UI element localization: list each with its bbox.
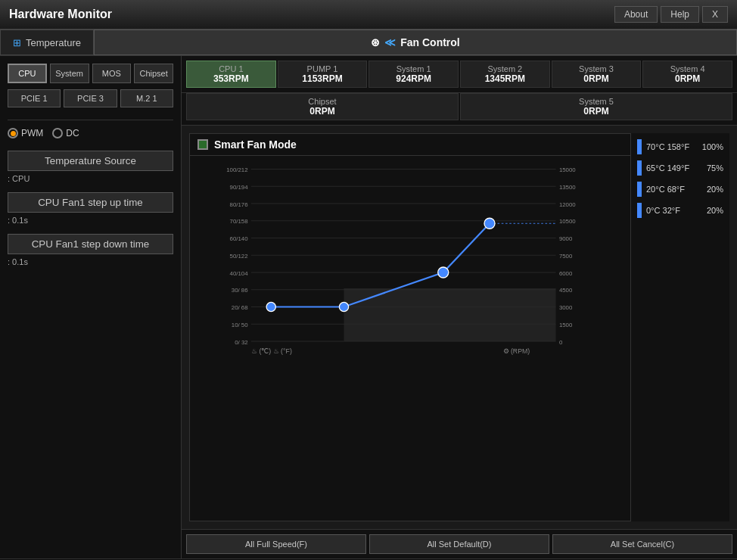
pwm-radio-label[interactable]: PWM: [8, 128, 43, 138]
legend-bar-1: [637, 139, 642, 154]
svg-text:100/212: 100/212: [226, 166, 247, 173]
legend-temp-3: 20°C 68°F: [646, 185, 702, 194]
all-full-speed-button[interactable]: All Full Speed(F): [186, 534, 366, 554]
svg-text:70/158: 70/158: [230, 218, 249, 225]
fan-sys5-name: System 5: [465, 97, 727, 106]
fan-btn-pcie1[interactable]: PCIE 1: [8, 89, 61, 107]
fan-sys2-rpm: 1345RPM: [465, 73, 545, 84]
fan-rpm-sys2[interactable]: System 2 1345RPM: [460, 61, 550, 88]
fan-btn-chipset[interactable]: Chipset: [134, 64, 173, 83]
chart-point-4[interactable]: [484, 218, 495, 229]
fan-rpm-chipset[interactable]: Chipset 0RPM: [186, 93, 459, 120]
legend-pct-1: 100%: [702, 142, 723, 151]
fan-rpm-cpu1[interactable]: CPU 1 353RPM: [186, 61, 276, 88]
fan-rpm-grid-row2: Chipset 0RPM System 5 0RPM: [182, 93, 737, 126]
svg-text:40/104: 40/104: [230, 270, 249, 277]
svg-text:90/194: 90/194: [230, 184, 249, 191]
pwm-dc-row: PWM DC: [8, 128, 173, 138]
fan-cpu1-rpm: 353RPM: [191, 73, 271, 84]
fan-btn-m2[interactable]: M.2 1: [120, 89, 173, 107]
fan-control-tab-label: Fan Control: [400, 36, 460, 48]
tab-temperature[interactable]: ⊞ Temperature: [0, 30, 94, 55]
right-panel: CPU 1 353RPM PUMP 1 1153RPM System 1 924…: [182, 56, 737, 558]
pwm-label: PWM: [21, 128, 43, 138]
fan-cpu1-name: CPU 1: [191, 64, 271, 73]
dc-radio-label[interactable]: DC: [52, 128, 79, 138]
pwm-radio[interactable]: [8, 128, 18, 138]
chart-point-1[interactable]: [266, 302, 275, 311]
fan-pump1-name: PUMP 1: [283, 64, 362, 73]
bottom-controls: All Full Speed(F) All Set Default(D) All…: [182, 529, 737, 558]
step-up-value: : 0.1s: [8, 216, 173, 225]
fan-sys2-name: System 2: [465, 64, 545, 73]
svg-text:13500: 13500: [559, 184, 576, 191]
legend-row-1: 70°C 158°F 100%: [637, 139, 723, 154]
svg-text:4500: 4500: [559, 287, 573, 294]
fan-curve-chart[interactable]: 100/212 90/194 80/176 70/158 60/140 50/1…: [190, 156, 630, 368]
fan-chipset-rpm: 0RPM: [191, 106, 453, 117]
fan-rpm-sys1[interactable]: System 1 924RPM: [368, 61, 459, 88]
help-button[interactable]: Help: [661, 6, 699, 23]
fan-sys3-rpm: 0RPM: [557, 73, 636, 84]
fan-btn-system[interactable]: System: [50, 64, 89, 83]
temp-source-button[interactable]: Temperature Source: [8, 151, 173, 171]
legend-temp-4: 0°C 32°F: [646, 206, 702, 215]
svg-text:0/ 32: 0/ 32: [235, 339, 247, 346]
step-down-value: : 0.1s: [8, 257, 173, 266]
dc-radio[interactable]: [52, 128, 63, 138]
svg-text:0: 0: [559, 339, 563, 346]
fan-rpm-sys5[interactable]: System 5 0RPM: [460, 93, 732, 120]
legend-temp-2: 65°C 149°F: [646, 163, 702, 173]
svg-text:30/ 86: 30/ 86: [232, 287, 248, 294]
fan-btn-pcie3[interactable]: PCIE 3: [64, 89, 117, 107]
all-set-default-button[interactable]: All Set Default(D): [369, 534, 549, 554]
fan-icon: ⊛: [371, 36, 380, 48]
divider1: [8, 120, 173, 120]
fan-sys4-rpm: 0RPM: [648, 73, 727, 84]
arrow-icon: ≪: [384, 36, 396, 48]
legend-pct-4: 20%: [707, 206, 723, 215]
svg-text:9000: 9000: [559, 235, 573, 242]
svg-text:12000: 12000: [559, 201, 576, 208]
chart-point-3[interactable]: [438, 267, 449, 278]
fan-sys1-rpm: 924RPM: [374, 73, 453, 84]
legend-bar-2: [637, 160, 642, 176]
svg-text:♨ (℃) ♨ (°F): ♨ (℃) ♨ (°F): [251, 347, 292, 355]
legend-bar-3: [637, 182, 642, 197]
fan-rpm-pump1[interactable]: PUMP 1 1153RPM: [278, 61, 368, 88]
smart-fan-header: Smart Fan Mode: [190, 134, 630, 156]
svg-text:80/176: 80/176: [230, 201, 249, 208]
all-set-cancel-button[interactable]: All Set Cancel(C): [552, 534, 732, 554]
svg-text:6000: 6000: [559, 270, 573, 277]
about-button[interactable]: About: [614, 6, 658, 23]
fan-selector-row1: CPU System MOS Chipset: [8, 64, 173, 83]
content-area: CPU System MOS Chipset PCIE 1 PCIE 3 M.2…: [0, 56, 737, 558]
main-tabs: ⊞ Temperature ⊛ ≪ Fan Control: [0, 30, 737, 56]
title-bar-buttons: About Help X: [614, 6, 728, 23]
svg-text:60/140: 60/140: [230, 235, 249, 242]
left-panel: CPU System MOS Chipset PCIE 1 PCIE 3 M.2…: [0, 56, 182, 558]
fan-rpm-sys3[interactable]: System 3 0RPM: [552, 61, 642, 88]
app-title: Hardware Monitor: [9, 8, 112, 21]
step-up-button[interactable]: CPU Fan1 step up time: [8, 192, 173, 213]
smart-fan-checkbox[interactable]: [197, 139, 208, 150]
fan-btn-mos[interactable]: MOS: [92, 64, 132, 83]
fan-rpm-grid-row1: CPU 1 353RPM PUMP 1 1153RPM System 1 924…: [182, 56, 737, 93]
svg-text:20/ 68: 20/ 68: [232, 304, 248, 311]
step-down-button[interactable]: CPU Fan1 step down time: [8, 234, 173, 254]
svg-text:15000: 15000: [559, 166, 576, 173]
tab-fan-control[interactable]: ⊛ ≪ Fan Control: [94, 30, 737, 55]
chart-container: Smart Fan Mode: [189, 133, 631, 521]
close-button[interactable]: X: [702, 6, 728, 23]
svg-text:1500: 1500: [559, 322, 573, 328]
fan-btn-cpu[interactable]: CPU: [8, 64, 47, 83]
fan-rpm-sys4[interactable]: System 4 0RPM: [642, 61, 732, 88]
chart-point-2[interactable]: [339, 302, 348, 311]
fan-sys5-rpm: 0RPM: [465, 106, 727, 117]
svg-text:⚙ (RPM): ⚙ (RPM): [503, 347, 530, 355]
legend-row-4: 0°C 32°F 20%: [637, 203, 723, 218]
legend-pct-3: 20%: [707, 185, 723, 194]
svg-text:10/ 50: 10/ 50: [232, 322, 248, 328]
fan-sys4-name: System 4: [648, 64, 727, 73]
fan-selector-row2: PCIE 1 PCIE 3 M.2 1: [8, 89, 173, 107]
